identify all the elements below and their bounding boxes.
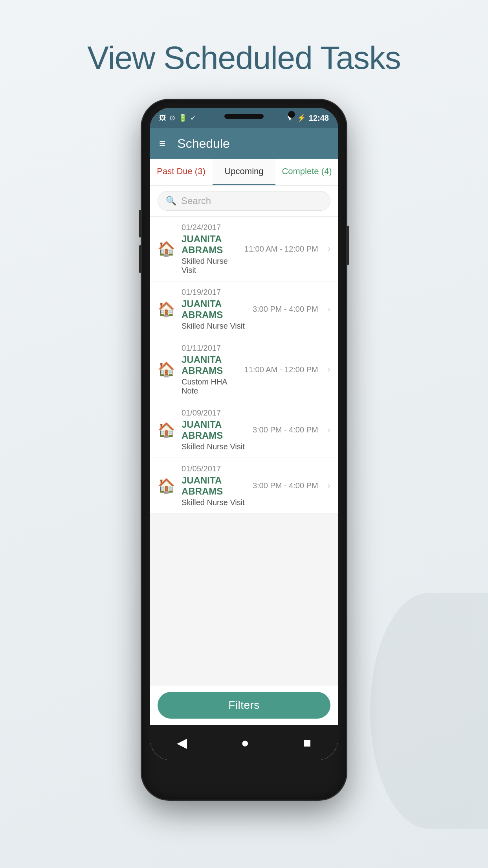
task-info-3: 01/11/2017 JUANITA ABRAMS Custom HHA Not… [182, 344, 238, 395]
image-status-icon: 🖼 [159, 114, 166, 122]
menu-icon[interactable]: ≡ [159, 138, 165, 149]
volume-button-2 [139, 245, 142, 273]
task-type-2: Skilled Nurse Visit [182, 322, 246, 331]
task-type-4: Skilled Nurse Visit [182, 442, 246, 451]
task-info-1: 01/24/2017 JUANITA ABRAMS Skilled Nurse … [182, 223, 238, 275]
task-info-4: 01/09/2017 JUANITA ABRAMS Skilled Nurse … [182, 408, 246, 451]
volume-button-1 [139, 210, 142, 237]
task-time-2: 3:00 PM - 4:00 PM [253, 305, 318, 314]
tab-upcoming[interactable]: Upcoming [213, 159, 275, 185]
bottom-nav: ◀ ● ■ [150, 725, 338, 760]
app-bar: ≡ Schedule [150, 128, 338, 159]
task-date-4: 01/09/2017 [182, 408, 246, 417]
chevron-icon-5: › [328, 481, 330, 491]
task-time-4: 3:00 PM - 4:00 PM [253, 425, 318, 434]
task-item[interactable]: 🏠 01/24/2017 JUANITA ABRAMS Skilled Nurs… [150, 217, 338, 281]
tab-bar: Past Due (3) Upcoming Complete (4) [150, 159, 338, 186]
circle-status-icon: ⊙ [169, 114, 175, 122]
speaker [224, 114, 264, 119]
task-item[interactable]: 🏠 01/19/2017 JUANITA ABRAMS Skilled Nurs… [150, 281, 338, 337]
task-item[interactable]: 🏠 01/05/2017 JUANITA ABRAMS Skilled Nurs… [150, 458, 338, 514]
task-item[interactable]: 🏠 01/11/2017 JUANITA ABRAMS Custom HHA N… [150, 337, 338, 402]
task-patient-5: JUANITA ABRAMS [182, 475, 246, 497]
task-date-3: 01/11/2017 [182, 344, 238, 353]
task-list: 🏠 01/24/2017 JUANITA ABRAMS Skilled Nurs… [150, 217, 338, 686]
task-time-5: 3:00 PM - 4:00 PM [253, 481, 318, 490]
task-time-3: 11:00 AM - 12:00 PM [244, 365, 318, 374]
home-icon-5: 🏠 [158, 478, 175, 494]
tab-past-due[interactable]: Past Due (3) [150, 159, 213, 185]
task-patient-4: JUANITA ABRAMS [182, 419, 246, 441]
task-patient-2: JUANITA ABRAMS [182, 298, 246, 320]
empty-area [150, 514, 338, 686]
home-icon-1: 🏠 [158, 241, 175, 257]
power-button [346, 226, 349, 265]
app-bar-title: Schedule [177, 136, 229, 151]
search-input-wrap[interactable]: 🔍 Search [158, 191, 330, 211]
task-patient-1: JUANITA ABRAMS [182, 234, 238, 256]
chevron-icon-1: › [328, 244, 330, 254]
phone-shell: 🖼 ⊙ 🔋 ✓ ▼ ⚡ 12:48 ≡ Schedule Past Due (3… [142, 100, 346, 800]
task-date-5: 01/05/2017 [182, 464, 246, 473]
battery-icon: ⚡ [297, 114, 306, 122]
task-type-5: Skilled Nurse Visit [182, 498, 246, 507]
tab-complete[interactable]: Complete (4) [275, 159, 338, 185]
task-date-1: 01/24/2017 [182, 223, 238, 232]
back-nav-button[interactable]: ◀ [177, 735, 187, 750]
search-input[interactable]: Search [181, 195, 211, 206]
camera [288, 111, 295, 118]
recent-nav-button[interactable]: ■ [303, 735, 312, 750]
phone-screen: 🖼 ⊙ 🔋 ✓ ▼ ⚡ 12:48 ≡ Schedule Past Due (3… [150, 108, 338, 760]
task-item[interactable]: 🏠 01/09/2017 JUANITA ABRAMS Skilled Nurs… [150, 402, 338, 458]
page-title: View Scheduled Tasks [87, 39, 400, 76]
chevron-icon-4: › [328, 425, 330, 435]
task-type-3: Custom HHA Note [182, 377, 238, 395]
status-time: 12:48 [309, 114, 329, 123]
search-bar: 🔍 Search [150, 186, 338, 217]
home-nav-button[interactable]: ● [241, 735, 249, 750]
task-date-2: 01/19/2017 [182, 288, 246, 297]
search-icon: 🔍 [166, 196, 176, 206]
battery-charge-icon: 🔋 [178, 114, 187, 122]
chevron-icon-2: › [328, 304, 330, 314]
home-icon-2: 🏠 [158, 301, 175, 318]
task-info-2: 01/19/2017 JUANITA ABRAMS Skilled Nurse … [182, 288, 246, 331]
home-icon-3: 🏠 [158, 361, 175, 378]
task-patient-3: JUANITA ABRAMS [182, 354, 238, 376]
filters-button[interactable]: Filters [158, 692, 330, 719]
task-type-1: Skilled Nurse Visit [182, 257, 238, 275]
home-icon-4: 🏠 [158, 422, 175, 438]
task-info-5: 01/05/2017 JUANITA ABRAMS Skilled Nurse … [182, 464, 246, 507]
chevron-icon-3: › [328, 364, 330, 375]
task-time-1: 11:00 AM - 12:00 PM [244, 245, 318, 254]
status-bar-left: 🖼 ⊙ 🔋 ✓ [159, 114, 196, 122]
filters-bar: Filters [150, 686, 338, 725]
signal-icon: ✓ [190, 114, 196, 122]
